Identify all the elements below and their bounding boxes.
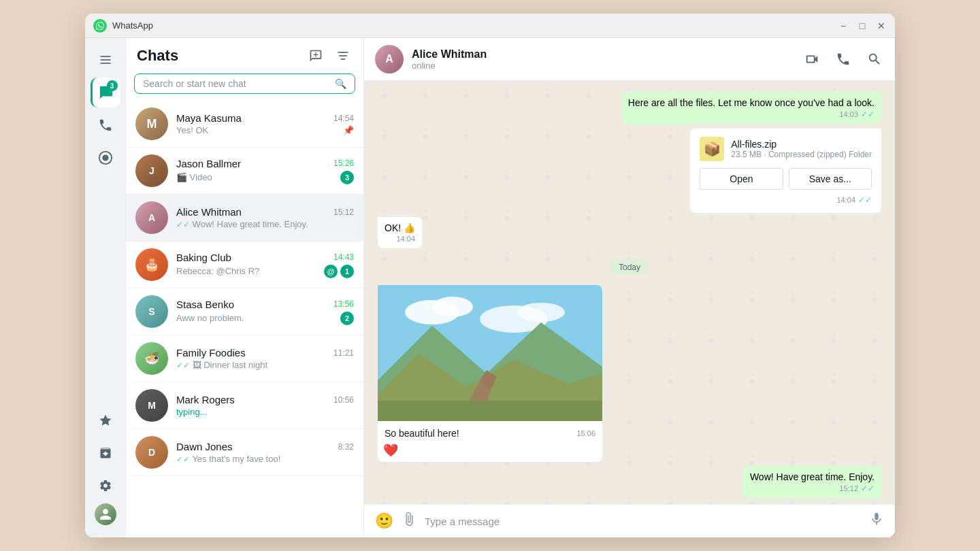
unread-badge-stasa: 2 <box>340 312 354 325</box>
chat-info-dawn: Dawn Jones 8:32 ✓✓ Yes that's my fave to… <box>176 441 354 464</box>
icon-nav-top: 3 <box>91 45 120 405</box>
chat-time-mark: 10:56 <box>333 395 354 405</box>
message-time-m6: 15:12 <box>839 484 858 492</box>
search-chat-button[interactable] <box>865 50 884 69</box>
whatsapp-logo <box>93 19 107 33</box>
chat-preview-mark: typing... <box>176 407 354 417</box>
title-bar-left: WhatsApp <box>93 19 153 33</box>
chat-preview-family: ✓✓ 🖼 Dinner last night <box>176 360 354 370</box>
svg-point-10 <box>432 297 473 317</box>
chat-name-maya: Maya Kasuma <box>176 112 242 124</box>
svg-point-4 <box>103 155 108 160</box>
video-call-button[interactable] <box>802 50 821 69</box>
chat-info-stasa: Stasa Benko 13:56 Aww no problem. 2 <box>176 299 354 325</box>
chat-preview-baking: Rebecca: @Chris R? <box>176 266 324 276</box>
unread-count-baking: 1 <box>340 265 354 278</box>
header-icons <box>306 46 353 65</box>
chat-avatar-mark: M <box>135 389 168 422</box>
image-time: 15:06 <box>576 429 595 437</box>
chat-item-jason[interactable]: J Jason Ballmer 15:26 🎬 Video 3 <box>126 148 363 195</box>
chat-item-mark[interactable]: M Mark Rogers 10:56 typing... <box>126 382 363 429</box>
chat-header-status: online <box>412 61 794 71</box>
svg-rect-17 <box>378 401 602 421</box>
chat-messages-content: Here are all the files. Let me know once… <box>378 92 881 499</box>
message-text-m1: Here are all the files. Let me know once… <box>628 97 875 108</box>
svg-point-12 <box>517 303 565 322</box>
chat-header: A Alice Whitman online <box>364 38 895 81</box>
mic-button[interactable] <box>869 512 884 531</box>
chat-info-alice: Alice Whitman 15:12 ✓✓ Wow! Have great t… <box>176 206 354 229</box>
message-text-m6: Wow! Have great time. Enjoy. <box>750 471 875 482</box>
chat-header-name: Alice Whitman <box>412 48 794 61</box>
svg-rect-7 <box>341 59 346 60</box>
nav-archive-button[interactable] <box>91 438 120 468</box>
title-bar-controls: − □ ✕ <box>838 20 887 31</box>
message-input[interactable] <box>425 516 861 527</box>
nav-chats-button[interactable]: 3 <box>91 78 120 107</box>
chat-time-alice: 15:12 <box>333 207 354 217</box>
message-m1: Here are all the files. Let me know once… <box>621 92 881 124</box>
image-reaction: ❤️ <box>378 441 602 462</box>
chat-list-panel: Chats <box>126 38 364 537</box>
message-check-m6: ✓✓ <box>861 484 875 493</box>
chat-list-header: Chats <box>126 38 363 71</box>
maximize-button[interactable]: □ <box>857 20 868 31</box>
minimize-button[interactable]: − <box>838 20 849 31</box>
chat-item-family[interactable]: 🍜 Family Foodies 11:21 ✓✓ 🖼 Dinner last … <box>126 335 363 382</box>
search-input-wrap: 🔍 <box>134 73 355 94</box>
chat-name-mark: Mark Rogers <box>176 394 235 405</box>
attach-button[interactable] <box>402 512 416 531</box>
search-bar: 🔍 <box>126 71 363 101</box>
chat-name-stasa: Stasa Benko <box>176 299 234 310</box>
voice-call-button[interactable] <box>834 50 853 69</box>
chat-avatar-baking: 🎂 <box>135 248 168 281</box>
chat-info-baking: Baking Club 14:43 Rebecca: @Chris R? @ 1 <box>176 252 354 278</box>
pin-icon-maya: 📌 <box>343 125 354 135</box>
nav-starred-button[interactable] <box>91 405 120 435</box>
chat-item-stasa[interactable]: S Stasa Benko 13:56 Aww no problem. 2 <box>126 288 363 335</box>
user-avatar[interactable] <box>95 503 116 525</box>
nav-status-button[interactable] <box>91 143 120 173</box>
chat-avatar-family: 🍜 <box>135 342 168 375</box>
chat-name-dawn: Dawn Jones <box>176 441 233 452</box>
open-file-button[interactable]: Open <box>700 168 783 190</box>
new-chat-icon[interactable] <box>306 46 325 65</box>
chat-list: M Maya Kasuma 14:54 Yes! OK 📌 <box>126 101 363 537</box>
chat-info-mark: Mark Rogers 10:56 typing... <box>176 394 354 417</box>
chat-preview-alice: ✓✓ Wow! Have great time. Enjoy. <box>176 219 354 229</box>
nav-settings-button[interactable] <box>91 471 120 501</box>
chat-preview-maya: Yes! OK <box>176 125 343 135</box>
chat-header-info: Alice Whitman online <box>412 48 794 71</box>
svg-rect-1 <box>100 59 110 61</box>
search-input[interactable] <box>143 78 335 89</box>
close-button[interactable]: ✕ <box>876 20 887 31</box>
file-size: 23.5 MB · Compressed (zipped) Folder <box>731 150 872 159</box>
icon-nav-bottom <box>91 405 120 525</box>
message-time-m1: 14:03 <box>839 110 858 118</box>
filter-icon[interactable] <box>333 46 353 65</box>
file-check: ✓✓ <box>858 195 872 205</box>
chat-name-jason: Jason Ballmer <box>176 158 241 169</box>
emoji-button[interactable]: 🙂 <box>375 512 393 530</box>
chat-item-maya[interactable]: M Maya Kasuma 14:54 Yes! OK 📌 <box>126 101 363 148</box>
chat-time-jason: 15:26 <box>333 158 354 168</box>
chat-item-alice[interactable]: A Alice Whitman 15:12 ✓✓ Wow! Have great… <box>126 195 363 241</box>
nav-calls-button[interactable] <box>91 110 120 140</box>
chat-avatar-jason: J <box>135 154 168 187</box>
app-window: WhatsApp − □ ✕ <box>85 14 895 537</box>
chat-info-jason: Jason Ballmer 15:26 🎬 Video 3 <box>176 158 354 184</box>
svg-rect-5 <box>338 52 348 53</box>
menu-icon-button[interactable] <box>91 45 120 75</box>
message-check-m1: ✓✓ <box>861 110 875 119</box>
save-file-button[interactable]: Save as... <box>789 168 872 190</box>
chat-header-avatar[interactable]: A <box>375 45 404 73</box>
message-m5: So beautiful here! 15:06 ❤️ <box>378 285 602 462</box>
file-actions: Open Save as... <box>700 168 872 190</box>
chat-time-maya: 14:54 <box>333 114 354 123</box>
chat-preview-dawn: ✓✓ Yes that's my fave too! <box>176 454 354 464</box>
file-name: All-files.zip <box>731 139 872 150</box>
chat-avatar-alice: A <box>135 201 168 234</box>
chat-name-alice: Alice Whitman <box>176 206 242 218</box>
chat-item-baking[interactable]: 🎂 Baking Club 14:43 Rebecca: @Chris R? @… <box>126 241 363 288</box>
chat-item-dawn[interactable]: D Dawn Jones 8:32 ✓✓ Yes that's my fave … <box>126 429 363 476</box>
